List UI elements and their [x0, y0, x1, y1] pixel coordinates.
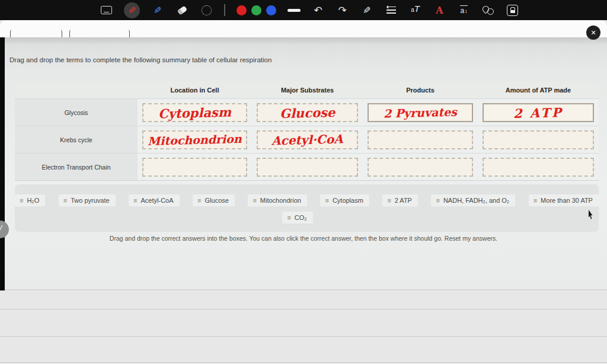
pencil-icon: ✎	[128, 5, 136, 16]
dropbox-etc-substrates[interactable]	[257, 158, 358, 177]
toolbar-divider	[224, 4, 225, 16]
drag-handle-icon: ≡	[197, 197, 201, 204]
indent-tool[interactable]	[385, 4, 398, 17]
lock-tool[interactable]	[506, 4, 519, 17]
undo-button[interactable]: ↶	[312, 4, 325, 17]
chip-glucose[interactable]: ≡Glucose	[193, 194, 235, 206]
bottom-ruled-area	[0, 290, 607, 364]
stroke-width-tool[interactable]	[287, 4, 301, 17]
drag-handle-icon: ≡	[387, 197, 391, 204]
drag-handle-icon: ≡	[63, 197, 67, 204]
line-spacing-icon: a↕	[460, 5, 467, 15]
chip-2-atp[interactable]: ≡2 ATP	[382, 194, 418, 206]
chip-h2o[interactable]: ≡H₂O	[15, 194, 45, 206]
dropbox-krebs-products[interactable]	[368, 130, 473, 149]
column-header-products: Products	[363, 82, 478, 98]
column-header-atp: Amount of ATP made	[478, 82, 599, 98]
redo-icon: ↷	[338, 5, 346, 15]
dropbox-glycolysis-location[interactable]: Cytoplasm	[142, 103, 247, 122]
shapes-tool[interactable]	[482, 4, 495, 17]
column-header-substrates: Major Substrates	[252, 82, 363, 98]
ruled-line	[0, 336, 607, 337]
chip-nadh-fadh2-o2[interactable]: ≡NADH, FADH₂, and O₂	[431, 194, 515, 206]
chip-label: Glucose	[205, 197, 229, 204]
row-label: Electron Transport Chain	[15, 154, 138, 180]
chip-acetyl-coa[interactable]: ≡Acetyl-CoA	[129, 194, 179, 206]
handwritten-answer: 2 ATP	[513, 104, 563, 120]
dropbox-etc-location[interactable]	[142, 158, 247, 177]
font-style-tool[interactable]: A	[433, 4, 446, 17]
ruled-line	[0, 362, 607, 363]
chip-panel	[15, 184, 599, 232]
smart-pen-tool[interactable]: ✎	[360, 4, 373, 17]
highlighter-tool[interactable]: ✎	[151, 4, 164, 17]
chip-label: 2 ATP	[395, 197, 412, 204]
chip-label: Acetyl-CoA	[141, 197, 174, 204]
chip-label: Two pyruvate	[71, 197, 109, 204]
lock-icon	[507, 5, 518, 16]
blue-color-swatch[interactable]	[266, 5, 276, 15]
font-style-icon: A	[436, 5, 443, 16]
drag-handle-icon: ≡	[533, 197, 537, 204]
handwritten-answer: Mitochondrion	[148, 132, 242, 148]
dropbox-glycolysis-products[interactable]: 2 Pyruvates	[368, 103, 473, 122]
chip-label: CO₂	[295, 214, 307, 221]
close-button[interactable]: ✕	[586, 25, 600, 40]
handwritten-answer: Cytoplasm	[158, 104, 232, 121]
drag-handle-icon: ≡	[325, 197, 328, 204]
summary-table: Location in Cell Major Substrates Produc…	[15, 82, 599, 181]
red-color-swatch[interactable]	[237, 5, 247, 15]
chip-two-pyruvate[interactable]: ≡Two pyruvate	[59, 194, 116, 206]
chip-label: H₂O	[27, 197, 39, 204]
dropbox-etc-atp[interactable]	[483, 158, 594, 177]
dropbox-glycolysis-substrates[interactable]: Glucose	[257, 103, 358, 122]
annotation-toolbar: ✎ ✎ ↶ ↷ ✎ aT A a↕	[0, 0, 607, 20]
row-label: Krebs cycle	[15, 126, 138, 153]
chip-label: Cytoplasm	[333, 197, 363, 204]
footer-instruction-text: Drag and drop the correct answers into t…	[110, 235, 443, 242]
green-color-swatch[interactable]	[251, 5, 261, 15]
column-header-blank	[15, 82, 138, 98]
eraser-tool[interactable]	[175, 4, 189, 17]
drag-handle-icon: ≡	[287, 214, 290, 221]
close-icon: ✕	[590, 29, 596, 37]
footer-instruction: Drag and drop the correct answers into t…	[0, 235, 607, 242]
table-row-etc: Electron Transport Chain	[15, 153, 599, 180]
dropbox-krebs-atp[interactable]	[483, 130, 594, 149]
lasso-tool[interactable]	[200, 4, 213, 17]
handle-pen-icon: ╱	[0, 225, 2, 234]
table-row-glycolysis: Glycosis Cytoplasm Glucose 2 Pyruvates 2…	[15, 98, 599, 126]
line-spacing-tool[interactable]: a↕	[458, 4, 471, 17]
chip-row-2: ≡CO₂	[0, 212, 607, 223]
text-size-tool[interactable]: aT	[409, 4, 422, 17]
keyboard-icon[interactable]	[100, 4, 113, 17]
chip-co2[interactable]: ≡CO₂	[282, 212, 312, 223]
reset-answers-link[interactable]: Reset my answers.	[445, 235, 497, 242]
chip-label: More than 30 ATP	[541, 197, 593, 204]
annotated-lesson-screen: ✎ ✎ ↶ ↷ ✎ aT A a↕	[0, 0, 607, 364]
dropbox-krebs-location[interactable]: Mitochondrion	[142, 130, 247, 149]
chip-mitochondrion[interactable]: ≡Mitochondrion	[248, 194, 307, 206]
drag-handle-icon: ≡	[253, 197, 256, 204]
drag-handle-icon: ≡	[20, 197, 23, 204]
dropbox-krebs-substrates[interactable]: Acetyl·CoA	[257, 130, 358, 149]
smart-pen-icon: ✎	[363, 5, 370, 16]
indent-icon	[386, 7, 396, 14]
handwritten-answer: 2 Pyruvates	[384, 105, 457, 120]
dropbox-etc-products[interactable]	[368, 158, 473, 177]
chip-cytoplasm[interactable]: ≡Cytoplasm	[320, 194, 369, 206]
chip-label: NADH, FADH₂, and O₂	[443, 197, 509, 204]
table-header-row: Location in Cell Major Substrates Produc…	[15, 82, 599, 98]
drag-handle-icon: ≡	[133, 197, 137, 204]
handwritten-answer: Glucose	[280, 104, 336, 120]
undo-icon: ↶	[314, 5, 322, 15]
drag-handle-icon: ≡	[436, 197, 439, 204]
chip-more-than-30-atp[interactable]: ≡More than 30 ATP	[529, 194, 599, 206]
chip-row-1: ≡H₂O ≡Two pyruvate ≡Acetyl-CoA ≡Glucose …	[15, 194, 599, 206]
lasso-icon	[202, 5, 212, 15]
column-header-location: Location in Cell	[138, 82, 252, 98]
pen-tool-selected[interactable]: ✎	[124, 2, 140, 18]
row-label: Glycosis	[15, 99, 138, 126]
dropbox-glycolysis-atp[interactable]: 2 ATP	[483, 103, 594, 122]
redo-button[interactable]: ↷	[336, 4, 349, 17]
